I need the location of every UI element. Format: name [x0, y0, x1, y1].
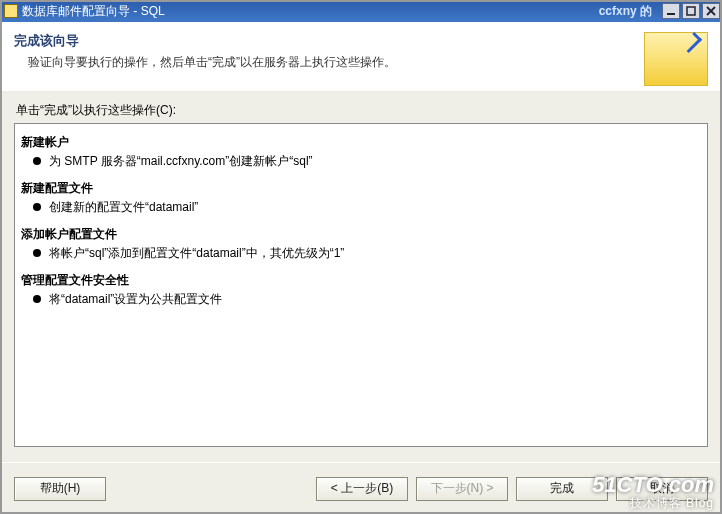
- page-title: 完成该向导: [14, 32, 396, 50]
- section-title: 新建配置文件: [21, 180, 701, 197]
- app-icon: [4, 4, 18, 18]
- section-title: 添加帐户配置文件: [21, 226, 701, 243]
- list-item: 创建新的配置文件“datamail”: [33, 199, 701, 216]
- user-tag: ccfxny 的: [599, 3, 652, 20]
- list-item-text: 创建新的配置文件“datamail”: [49, 199, 198, 216]
- close-icon[interactable]: [702, 3, 720, 19]
- button-bar: 帮助(H) < 上一步(B) 下一步(N) > 完成 取消: [0, 462, 722, 514]
- finish-button[interactable]: 完成: [516, 477, 608, 501]
- bullet-icon: [33, 203, 41, 211]
- titlebar: 数据库邮件配置向导 - SQL ccfxny 的: [0, 0, 722, 22]
- section-title: 管理配置文件安全性: [21, 272, 701, 289]
- list-item: 将帐户“sql”添加到配置文件“datamail”中，其优先级为“1”: [33, 245, 701, 262]
- page-subtitle: 验证向导要执行的操作，然后单击“完成”以在服务器上执行这些操作。: [14, 54, 396, 71]
- bullet-icon: [33, 295, 41, 303]
- back-button[interactable]: < 上一步(B): [316, 477, 408, 501]
- section-title: 新建帐户: [21, 134, 701, 151]
- intro-label: 单击“完成”以执行这些操作(C):: [16, 102, 708, 119]
- next-button: 下一步(N) >: [416, 477, 508, 501]
- cancel-button[interactable]: 取消: [616, 477, 708, 501]
- actions-list: 新建帐户 为 SMTP 服务器“mail.ccfxny.com”创建新帐户“sq…: [14, 123, 708, 447]
- list-item-text: 将“datamail”设置为公共配置文件: [49, 291, 222, 308]
- maximize-icon[interactable]: [682, 3, 700, 19]
- list-item-text: 将帐户“sql”添加到配置文件“datamail”中，其优先级为“1”: [49, 245, 344, 262]
- bullet-icon: [33, 157, 41, 165]
- list-item-text: 为 SMTP 服务器“mail.ccfxny.com”创建新帐户“sql”: [49, 153, 313, 170]
- bullet-icon: [33, 249, 41, 257]
- svg-rect-1: [687, 7, 695, 15]
- list-item: 将“datamail”设置为公共配置文件: [33, 291, 701, 308]
- window-title: 数据库邮件配置向导 - SQL: [22, 3, 165, 20]
- minimize-icon[interactable]: [662, 3, 680, 19]
- wizard-graphic-icon: [644, 32, 708, 86]
- help-button[interactable]: 帮助(H): [14, 477, 106, 501]
- wizard-header: 完成该向导 验证向导要执行的操作，然后单击“完成”以在服务器上执行这些操作。: [0, 22, 722, 92]
- wizard-body: 单击“完成”以执行这些操作(C): 新建帐户 为 SMTP 服务器“mail.c…: [0, 92, 722, 462]
- list-item: 为 SMTP 服务器“mail.ccfxny.com”创建新帐户“sql”: [33, 153, 701, 170]
